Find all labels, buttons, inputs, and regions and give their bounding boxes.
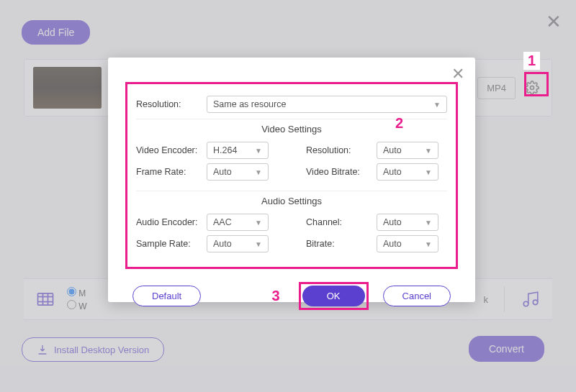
channel-select[interactable]: Auto▼ — [377, 214, 438, 231]
channel-label: Channel: — [306, 217, 377, 227]
video-encoder-select[interactable]: H.264▼ — [207, 142, 269, 159]
cancel-button[interactable]: Cancel — [383, 286, 451, 306]
video-bitrate-value: Auto — [383, 167, 402, 177]
chevron-down-icon: ▼ — [255, 240, 262, 248]
settings-highlight-box: Resolution: Same as resource ▼ Video Set… — [125, 82, 458, 269]
annotation-2: 2 — [391, 114, 408, 132]
video-bitrate-label: Video Bitrate: — [306, 167, 377, 177]
annotation-1-highlight — [524, 72, 549, 96]
video-resolution-select[interactable]: Auto▼ — [377, 142, 438, 159]
resolution-label: Resolution: — [136, 99, 207, 109]
default-button[interactable]: Default — [132, 286, 201, 306]
video-bitrate-select[interactable]: Auto▼ — [377, 163, 438, 181]
audio-encoder-value: AAC — [213, 217, 232, 227]
sample-rate-label: Sample Rate: — [136, 239, 207, 249]
chevron-down-icon: ▼ — [425, 168, 432, 176]
modal-close-button[interactable]: ✕ — [451, 65, 464, 83]
audio-bitrate-value: Auto — [383, 239, 402, 249]
ok-button[interactable]: OK — [302, 286, 365, 306]
frame-rate-select[interactable]: Auto▼ — [207, 163, 269, 181]
video-encoder-label: Video Encoder: — [136, 145, 207, 155]
chevron-down-icon: ▼ — [425, 147, 432, 155]
resolution-select-value: Same as resource — [213, 99, 286, 109]
chevron-down-icon: ▼ — [425, 219, 432, 227]
chevron-down-icon: ▼ — [255, 219, 262, 227]
frame-rate-value: Auto — [213, 167, 232, 177]
frame-rate-label: Frame Rate: — [136, 167, 207, 177]
resolution-select[interactable]: Same as resource ▼ — [207, 96, 447, 113]
video-resolution-label: Resolution: — [306, 145, 377, 155]
sample-rate-value: Auto — [213, 239, 232, 249]
chevron-down-icon: ▼ — [255, 168, 262, 176]
audio-bitrate-label: Bitrate: — [306, 239, 377, 249]
chevron-down-icon: ▼ — [433, 101, 441, 109]
audio-encoder-label: Audio Encoder: — [136, 217, 207, 227]
chevron-down-icon: ▼ — [425, 240, 432, 248]
channel-value: Auto — [383, 217, 402, 227]
audio-encoder-select[interactable]: AAC▼ — [207, 214, 269, 231]
video-resolution-value: Auto — [383, 145, 402, 155]
annotation-3-highlight: OK — [299, 282, 369, 310]
sample-rate-select[interactable]: Auto▼ — [207, 235, 269, 252]
settings-modal: ✕ 2 Resolution: Same as resource ▼ Video… — [108, 58, 475, 302]
annotation-1: 1 — [523, 52, 540, 70]
chevron-down-icon: ▼ — [255, 147, 262, 155]
audio-settings-title: Audio Settings — [136, 191, 447, 206]
video-encoder-value: H.264 — [213, 145, 237, 155]
annotation-3: 3 — [268, 287, 284, 305]
audio-bitrate-select[interactable]: Auto▼ — [377, 235, 438, 252]
